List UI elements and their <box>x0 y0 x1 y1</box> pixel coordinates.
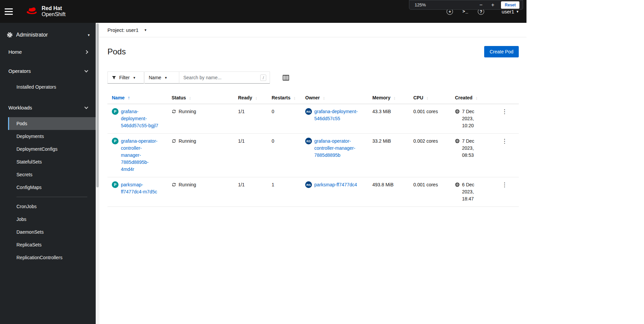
owner-link[interactable]: grafana-operator-controller-manager-7885… <box>314 138 363 159</box>
column-header-ready[interactable]: Ready ↕ <box>234 92 267 104</box>
created-cell: 7 Dec 2023, 10:20 <box>451 104 491 133</box>
perspective-switcher[interactable]: Administrator ▾ <box>0 28 96 42</box>
project-label: Project: user1 <box>107 27 139 33</box>
owner-link[interactable]: parksmap-ff7477dc4 <box>314 181 357 188</box>
create-pod-button[interactable]: Create Pod <box>484 46 519 57</box>
sort-icon: ↕ <box>475 95 478 100</box>
chevron-down-icon: ▾ <box>88 33 90 37</box>
restarts-cell: 0 <box>267 104 301 133</box>
filter-funnel-icon <box>112 76 116 80</box>
pods-table: Name ↑ Status ↕ Ready ↕ Restarts ↕ <box>107 92 519 207</box>
column-header-restarts[interactable]: Restarts ↕ <box>267 92 301 104</box>
kebab-menu-button[interactable]: ⋮ <box>500 108 509 115</box>
zoom-out-button[interactable]: − <box>477 2 485 8</box>
chevron-down-icon <box>84 105 88 109</box>
kebab-menu-button[interactable]: ⋮ <box>500 181 509 188</box>
perspective-label: Administrator <box>16 32 48 38</box>
sidebar-item-daemonsets[interactable]: DaemonSets <box>0 226 96 238</box>
sidebar-item-jobs[interactable]: Jobs <box>0 213 96 226</box>
owner-link[interactable]: grafana-deployment-546dd57c55 <box>314 108 363 122</box>
search-box: / <box>179 72 270 84</box>
table-header-row: Name ↑ Status ↕ Ready ↕ Restarts ↕ <box>107 92 519 104</box>
sidebar-item-deploymentconfigs[interactable]: DeploymentConfigs <box>0 143 96 155</box>
restarts-cell: 1 <box>267 177 301 206</box>
status-cell: Running <box>167 134 234 177</box>
memory-cell: 43.3 MiB <box>368 104 409 133</box>
sidebar-item-replicationcontrollers[interactable]: ReplicationControllers <box>0 251 96 264</box>
sort-icon: ↕ <box>323 95 325 100</box>
actions-cell: ⋮ <box>491 177 519 206</box>
search-attribute-dropdown[interactable]: Name ▾ <box>144 72 179 84</box>
chevron-down-icon <box>84 68 88 72</box>
nav-toggle-button[interactable] <box>5 5 18 18</box>
page-header: Pods Create Pod <box>99 37 526 57</box>
running-sync-icon <box>172 139 176 143</box>
chevron-down-icon: ▾ <box>165 76 167 80</box>
globe-icon <box>455 182 460 187</box>
filter-dropdown[interactable]: Filter ▾ <box>107 72 144 84</box>
cpu-cell: 0.001 cores <box>409 177 451 206</box>
name-cell: P grafana-operator-controller-manager-78… <box>107 134 167 177</box>
table-row: P grafana-operator-controller-manager-78… <box>107 134 519 177</box>
column-header-name[interactable]: Name ↑ <box>107 92 167 104</box>
sidebar-scrollbar[interactable] <box>96 23 99 324</box>
sidebar-item-operators[interactable]: Operators <box>0 61 96 81</box>
project-selector[interactable]: Project: user1 ▾ <box>107 27 146 33</box>
sort-icon: ↕ <box>426 95 429 100</box>
memory-cell: 493.8 MiB <box>368 177 409 206</box>
operators-subnav: Installed Operators <box>0 81 96 98</box>
sidebar-item-home[interactable]: Home <box>0 42 96 61</box>
column-header-status[interactable]: Status ↕ <box>167 92 234 104</box>
chevron-down-icon: ▾ <box>133 76 135 80</box>
zoom-reset-button[interactable]: Reset <box>501 1 519 9</box>
owner-cell: RS grafana-operator-controller-manager-7… <box>301 134 368 177</box>
restarts-cell: 0 <box>267 134 301 177</box>
kebab-menu-button[interactable]: ⋮ <box>500 138 509 145</box>
sidebar-item-configmaps[interactable]: ConfigMaps <box>0 181 96 194</box>
sidebar-item-cronjobs[interactable]: CronJobs <box>0 200 96 213</box>
zoom-in-button[interactable]: + <box>489 2 496 8</box>
sort-icon: ↕ <box>189 95 191 100</box>
column-header-owner[interactable]: Owner ↕ <box>301 92 368 104</box>
sort-icon: ↕ <box>394 95 396 100</box>
browser-window: Red Hat OpenShift + >_ ? user1 ▾ 125% − … <box>0 0 526 324</box>
name-cell: P parksmap-ff7477dc4-m7d5c <box>107 177 167 206</box>
chevron-down-icon: ▾ <box>145 28 147 32</box>
pod-name-link[interactable]: parksmap-ff7477dc4-m7d5c <box>121 181 162 195</box>
sidebar-item-workloads[interactable]: Workloads <box>0 98 96 117</box>
status-cell: Running <box>167 104 234 133</box>
owner-cell: RS parksmap-ff7477dc4 <box>301 177 368 206</box>
manage-columns-button[interactable] <box>283 75 289 81</box>
page-title: Pods <box>107 47 126 56</box>
globe-icon <box>455 109 460 114</box>
scrollbar-thumb[interactable] <box>96 24 99 187</box>
table-row: P grafana-deployment-546dd57c55-bgjl7 Ru… <box>107 104 519 134</box>
column-header-created[interactable]: Created ↕ <box>451 92 491 104</box>
nav-divider <box>16 197 87 197</box>
pod-name-link[interactable]: grafana-operator-controller-manager-7885… <box>121 138 162 173</box>
cpu-cell: 0.001 cores <box>409 104 451 133</box>
sidebar-item-secrets[interactable]: Secrets <box>0 168 96 181</box>
sidebar-item-replicasets[interactable]: ReplicaSets <box>0 238 96 251</box>
owner-cell: RS grafana-deployment-546dd57c55 <box>301 104 368 133</box>
sidebar-item-statefulsets[interactable]: StatefulSets <box>0 155 96 168</box>
workloads-subnav: Pods Deployments DeploymentConfigs State… <box>0 117 96 269</box>
actions-cell: ⋮ <box>491 104 519 133</box>
table-row: P parksmap-ff7477dc4-m7d5c Running 1/1 1… <box>107 177 519 207</box>
column-header-memory[interactable]: Memory ↕ <box>368 92 409 104</box>
created-cell: 6 Dec 2023, 18:47 <box>451 177 491 206</box>
pod-name-link[interactable]: grafana-deployment-546dd57c55-bgjl7 <box>121 108 162 129</box>
sidebar-item-deployments[interactable]: Deployments <box>0 130 96 143</box>
column-header-cpu[interactable]: CPU ↕ <box>409 92 451 104</box>
zoom-level: 125% <box>415 2 426 7</box>
ready-cell: 1/1 <box>234 177 267 206</box>
gear-icon <box>7 32 13 38</box>
sidebar-item-installed-operators[interactable]: Installed Operators <box>0 81 96 93</box>
sidebar-item-pods[interactable]: Pods <box>8 117 96 130</box>
cpu-cell: 0.002 cores <box>409 134 451 177</box>
name-cell: P grafana-deployment-546dd57c55-bgjl7 <box>107 104 167 133</box>
brand-logo: Red Hat OpenShift <box>26 5 65 18</box>
status-cell: Running <box>167 177 234 206</box>
search-input[interactable] <box>183 75 260 80</box>
pod-badge: P <box>112 138 119 144</box>
